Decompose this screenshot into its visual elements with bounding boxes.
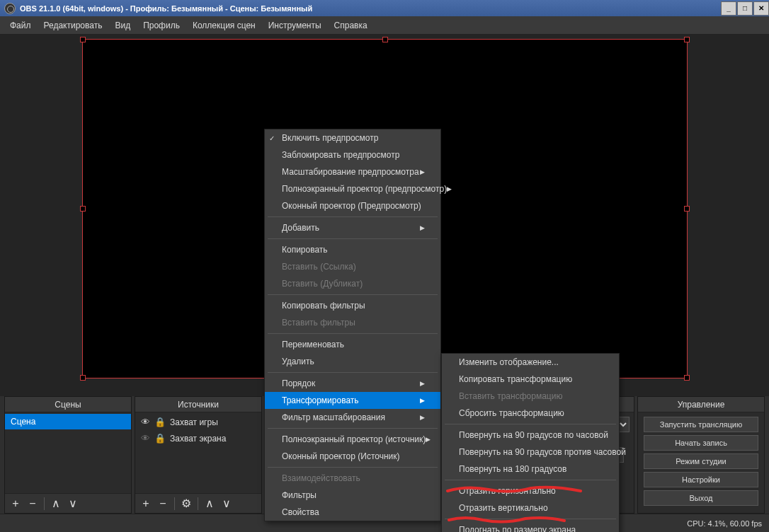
context-menu-item[interactable]: Оконный проектор (Источник) — [265, 448, 440, 465]
context-menu-item[interactable]: Копировать трансформацию — [442, 371, 619, 388]
source-item[interactable]: 👁 🔒 Захват экрана — [135, 430, 261, 446]
context-menu-item[interactable]: Порядок▶ — [265, 375, 440, 392]
app-icon — [4, 3, 16, 14]
context-menu-item: Взаимодействовать — [265, 470, 440, 487]
source-label: Захват игры — [170, 417, 218, 427]
source-up-button[interactable]: ∧ — [202, 496, 217, 511]
menu-tools[interactable]: Инструменты — [263, 18, 327, 33]
scene-item[interactable]: Сцена — [5, 414, 131, 429]
lock-icon[interactable]: 🔒 — [154, 433, 166, 444]
window-title: OBS 21.1.0 (64bit, windows) - Профиль: Б… — [20, 4, 312, 13]
context-menu-item[interactable]: Оконный проектор (Предпросмотр) — [265, 197, 440, 214]
context-menu-item[interactable]: Добавить▶ — [265, 219, 440, 236]
context-menu-item[interactable]: Копировать фильтры — [265, 297, 440, 314]
context-menu-item[interactable]: Отразить горизонтально — [442, 482, 619, 499]
menubar: Файл Редактировать Вид Профиль Коллекция… — [0, 16, 769, 35]
remove-source-button[interactable]: − — [155, 496, 171, 511]
window-titlebar: OBS 21.1.0 (64bit, windows) - Профиль: Б… — [0, 0, 769, 16]
context-menu-item[interactable]: Отразить вертикально — [442, 499, 619, 516]
menu-file[interactable]: Файл — [4, 18, 37, 33]
source-item[interactable]: 👁 🔒 Захват игры — [135, 414, 261, 430]
controls-panel: Управление Запустить трансляцию Начать з… — [637, 396, 765, 514]
context-menu-item[interactable]: ✓Включить предпросмотр — [265, 129, 440, 146]
settings-button[interactable]: Настройки — [644, 472, 758, 487]
sources-panel: Источники 👁 🔒 Захват игры 👁 🔒 Захват экр… — [135, 396, 262, 514]
selection-handle[interactable] — [684, 375, 690, 381]
submenu-arrow-icon: ▶ — [420, 397, 425, 404]
scene-down-button[interactable]: ∨ — [65, 496, 81, 511]
submenu-arrow-icon: ▶ — [420, 224, 425, 231]
source-settings-button[interactable]: ⚙ — [178, 496, 194, 511]
exit-button[interactable]: Выход — [644, 490, 758, 506]
menu-profile[interactable]: Профиль — [137, 18, 186, 33]
close-button[interactable]: ✕ — [753, 1, 769, 16]
submenu-arrow-icon: ▶ — [420, 380, 425, 387]
selection-handle[interactable] — [80, 37, 86, 42]
controls-header: Управление — [638, 397, 764, 412]
context-menu-item: Вставить фильтры — [265, 314, 440, 331]
submenu-arrow-icon: ▶ — [426, 436, 431, 443]
context-menu-item[interactable]: Трансформировать▶ — [265, 392, 440, 409]
submenu-arrow-icon: ▶ — [447, 185, 452, 192]
context-menu-item[interactable]: Удалить — [265, 353, 440, 370]
context-menu: ✓Включить предпросмотрЗаблокировать пред… — [264, 129, 441, 521]
start-record-button[interactable]: Начать запись — [644, 435, 758, 451]
context-menu-item[interactable]: Полноэкранный проектор (источник)▶ — [265, 431, 440, 448]
context-menu-item[interactable]: Повернуть на 180 градусов — [442, 461, 619, 478]
selection-handle[interactable] — [382, 37, 388, 42]
source-label: Захват экрана — [170, 434, 226, 444]
remove-scene-button[interactable]: − — [25, 496, 40, 511]
studio-mode-button[interactable]: Режим студии — [644, 453, 758, 469]
context-menu-item[interactable]: Повернуть на 90 градусов по часовой — [442, 427, 619, 444]
menu-help[interactable]: Справка — [329, 18, 373, 33]
scenes-panel: Сцены Сцена + − ∧ ∨ — [4, 396, 132, 514]
selection-handle[interactable] — [80, 375, 86, 381]
context-menu-item[interactable]: Свойства — [265, 504, 440, 521]
context-menu-item[interactable]: Переименовать — [265, 336, 440, 353]
visibility-off-icon[interactable]: 👁 — [141, 433, 150, 444]
minimize-button[interactable]: _ — [721, 1, 736, 16]
context-menu-item: Вставить трансформацию — [442, 388, 619, 405]
context-menu-item[interactable]: Фильтр масштабирования▶ — [265, 409, 440, 426]
context-menu-item[interactable]: Сбросить трансформацию — [442, 405, 619, 422]
selection-handle[interactable] — [80, 206, 86, 212]
window-buttons: _ □ ✕ — [720, 1, 769, 16]
source-down-button[interactable]: ∨ — [219, 496, 234, 511]
menu-view[interactable]: Вид — [109, 18, 136, 33]
add-scene-button[interactable]: + — [8, 496, 23, 511]
context-menu-item: Вставить (Дубликат) — [265, 275, 440, 292]
context-menu-item[interactable]: Копировать — [265, 241, 440, 258]
sources-header: Источники — [135, 397, 261, 412]
context-menu-item[interactable]: Изменить отображение... — [442, 354, 619, 371]
context-menu-item: Вставить (Ссылка) — [265, 258, 440, 275]
context-menu-item[interactable]: Масштабирование предпросмотра▶ — [265, 163, 440, 180]
maximize-button[interactable]: □ — [737, 1, 753, 16]
transform-submenu: Изменить отображение...Копировать трансф… — [441, 353, 620, 532]
submenu-arrow-icon: ▶ — [420, 168, 425, 175]
context-menu-item[interactable]: Повернуть на 90 градусов против часовой — [442, 444, 619, 461]
context-menu-item[interactable]: Полноэкранный проектор (предпросмотр)▶ — [265, 180, 440, 197]
selection-handle[interactable] — [684, 37, 690, 42]
menu-scene-collection[interactable]: Коллекция сцен — [187, 18, 261, 33]
status-text: CPU: 4.1%, 60.00 fps — [687, 519, 762, 528]
submenu-arrow-icon: ▶ — [420, 414, 425, 421]
selection-handle[interactable] — [684, 206, 690, 212]
context-menu-item[interactable]: Подогнать по размеру экрана — [442, 521, 619, 532]
context-menu-item[interactable]: Фильтры — [265, 487, 440, 504]
scene-up-button[interactable]: ∧ — [48, 496, 64, 511]
start-stream-button[interactable]: Запустить трансляцию — [644, 417, 758, 432]
scene-label: Сцена — [11, 417, 35, 427]
scenes-header: Сцены — [5, 397, 131, 412]
context-menu-item[interactable]: Заблокировать предпросмотр — [265, 146, 440, 163]
menu-edit[interactable]: Редактировать — [38, 18, 108, 33]
add-source-button[interactable]: + — [138, 496, 154, 511]
visibility-icon[interactable]: 👁 — [141, 417, 150, 427]
lock-icon[interactable]: 🔒 — [154, 417, 166, 427]
